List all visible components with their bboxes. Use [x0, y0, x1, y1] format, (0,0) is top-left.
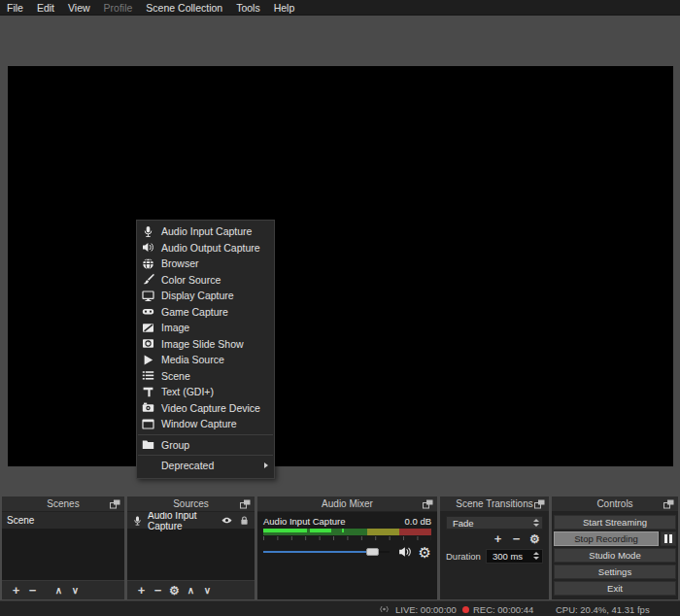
- scene-transitions-panel-header[interactable]: Scene Transitions: [440, 496, 549, 512]
- menu-item-label: Image Slide Show: [161, 338, 244, 350]
- menu-item-label: Audio Input Capture: [161, 225, 252, 237]
- slider-fill: [263, 551, 369, 553]
- settings-button[interactable]: Settings: [554, 565, 676, 579]
- menu-item-deprecated[interactable]: Deprecated: [137, 458, 274, 474]
- pause-icon: [664, 534, 667, 543]
- menu-item-image[interactable]: Image: [137, 320, 274, 336]
- menu-item-label: Color Source: [161, 274, 221, 286]
- source-name: Audio Input Capture: [148, 512, 221, 531]
- menu-item-audio-output-capture[interactable]: Audio Output Capture: [137, 240, 274, 257]
- studio-mode-button[interactable]: Studio Mode: [554, 548, 676, 563]
- volume-slider[interactable]: [263, 545, 390, 559]
- window-icon: [142, 418, 154, 430]
- menu-scene-collection[interactable]: Scene Collection: [139, 0, 229, 16]
- menu-item-text-gdi[interactable]: Text (GDI+): [137, 384, 274, 400]
- menu-tools[interactable]: Tools: [229, 0, 267, 16]
- menu-bar: File Edit View Profile Scene Collection …: [0, 0, 680, 16]
- meter-level-bar: [263, 529, 307, 532]
- menu-item-image-slide-show[interactable]: Image Slide Show: [137, 336, 274, 353]
- controls-panel: Controls Start Streaming Stop Recording …: [552, 496, 678, 599]
- mixer-settings-gear-icon[interactable]: ⚙: [419, 545, 431, 560]
- meter-tick-scale: [263, 536, 431, 540]
- slider-handle[interactable]: [366, 548, 379, 556]
- pause-recording-button[interactable]: [661, 531, 676, 546]
- add-transition-button[interactable]: +: [490, 530, 506, 548]
- dock-float-icon: [534, 499, 545, 509]
- slideshow-icon: [142, 337, 154, 350]
- scenes-panel-title: Scenes: [47, 498, 79, 509]
- start-streaming-button[interactable]: Start Streaming: [554, 515, 676, 530]
- menu-item-browser[interactable]: Browser: [137, 256, 274, 272]
- sources-panel-title: Sources: [173, 498, 209, 509]
- menu-item-label: Media Source: [161, 354, 224, 365]
- duration-spinbox[interactable]: 300 ms: [486, 549, 543, 564]
- submenu-arrow-icon: [264, 462, 268, 468]
- menu-item-label: Video Capture Device: [161, 402, 260, 414]
- source-properties-gear-icon[interactable]: ⚙: [166, 582, 183, 599]
- mixer-source-name: Audio Input Capture: [263, 516, 346, 527]
- sources-panel-header[interactable]: Sources: [127, 496, 255, 512]
- mixer-source-row: Audio Input Capture 0.0 dB: [263, 515, 431, 528]
- menu-item-audio-input-capture[interactable]: Audio Input Capture: [137, 223, 274, 240]
- scene-list-item[interactable]: Scene: [2, 512, 124, 529]
- menu-item-video-capture-device[interactable]: Video Capture Device: [137, 400, 274, 417]
- menu-item-scene[interactable]: Scene: [137, 368, 274, 385]
- menu-item-window-capture[interactable]: Window Capture: [137, 416, 274, 432]
- add-source-button[interactable]: +: [133, 582, 150, 599]
- menu-profile[interactable]: Profile: [97, 0, 140, 16]
- menu-item-label: Browser: [161, 257, 199, 269]
- menu-item-display-capture[interactable]: Display Capture: [137, 288, 274, 304]
- scenes-panel-header[interactable]: Scenes: [2, 496, 124, 512]
- volume-meter: [263, 529, 431, 535]
- live-status: LIVE: 00:00:00: [377, 601, 457, 616]
- visibility-eye-icon[interactable]: [221, 515, 233, 526]
- spinbox-arrows-icon[interactable]: [533, 552, 539, 560]
- menu-file[interactable]: File: [0, 0, 30, 16]
- remove-transition-button[interactable]: −: [508, 530, 525, 548]
- menu-item-label: Text (GDI+): [161, 386, 214, 397]
- controls-panel-header[interactable]: Controls: [552, 496, 678, 512]
- scene-transitions-panel: Scene Transitions Fade + − ⚙ Duration 30…: [440, 496, 549, 599]
- preview-canvas[interactable]: [8, 66, 673, 466]
- add-scene-button[interactable]: +: [8, 582, 24, 599]
- lock-icon[interactable]: [239, 515, 250, 526]
- duration-row: Duration 300 ms: [446, 548, 543, 564]
- remove-scene-button[interactable]: −: [24, 582, 41, 599]
- move-source-down-button[interactable]: ∨: [199, 582, 216, 599]
- remove-source-button[interactable]: −: [150, 582, 166, 599]
- menu-item-game-capture[interactable]: Game Capture: [137, 304, 274, 321]
- dock-float-icon: [663, 499, 674, 509]
- transition-properties-gear-icon[interactable]: ⚙: [527, 530, 543, 548]
- dock-float-icon: [423, 499, 433, 509]
- dock-float-icon: [110, 499, 120, 509]
- scene-transitions-panel-title: Scene Transitions: [456, 498, 533, 509]
- sources-toolbar: + − ⚙ ∧ ∨: [127, 580, 255, 599]
- move-source-up-button[interactable]: ∧: [183, 582, 199, 599]
- move-scene-down-button[interactable]: ∨: [67, 582, 84, 599]
- duration-label: Duration: [446, 551, 481, 562]
- volume-slider-row: ⚙: [263, 543, 431, 561]
- menu-view[interactable]: View: [61, 0, 97, 16]
- mixer-body: Audio Input Capture 0.0 dB ⚙: [257, 512, 437, 599]
- meter-zone-red: [399, 529, 431, 535]
- menu-item-label: Deprecated: [161, 460, 214, 471]
- menu-item-label: Scene: [161, 370, 190, 382]
- move-scene-up-button[interactable]: ∧: [51, 582, 67, 599]
- menu-item-media-source[interactable]: Media Source: [137, 352, 274, 368]
- source-list-item[interactable]: Audio Input Capture: [127, 512, 255, 529]
- menu-help[interactable]: Help: [267, 0, 302, 16]
- mute-speaker-icon[interactable]: [397, 545, 413, 559]
- menu-item-color-source[interactable]: Color Source: [137, 272, 274, 289]
- add-source-context-menu: Audio Input Capture Audio Output Capture…: [136, 220, 275, 479]
- transition-select[interactable]: Fade: [446, 516, 543, 530]
- controls-body: Start Streaming Stop Recording Studio Mo…: [552, 512, 678, 599]
- menu-edit[interactable]: Edit: [30, 0, 61, 16]
- stop-recording-button[interactable]: Stop Recording: [554, 531, 659, 546]
- transition-selected-value: Fade: [453, 518, 533, 529]
- sources-list: Audio Input Capture: [127, 512, 255, 580]
- exit-button[interactable]: Exit: [554, 581, 676, 596]
- paintbrush-icon: [142, 273, 154, 286]
- menu-item-group[interactable]: Group: [137, 437, 274, 454]
- sources-panel: Sources Audio Input Capture: [127, 496, 255, 599]
- audio-mixer-panel-header[interactable]: Audio Mixer: [257, 496, 437, 512]
